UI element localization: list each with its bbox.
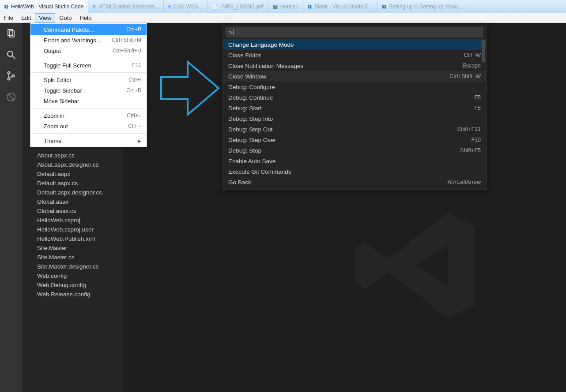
taskbar-tab[interactable]: ⧉Setting up C Setting up Visua... <box>378 0 468 13</box>
menu-item-label: Command Palette... <box>44 26 126 33</box>
debug-icon[interactable] <box>5 91 17 103</box>
command-label: Enable Auto Save <box>228 158 481 164</box>
menu-item-label: Toggle Full Screen <box>44 62 132 69</box>
command-shortcut: F5 <box>474 105 481 111</box>
command-item[interactable]: Debug: Step Into <box>223 113 486 124</box>
taskbar-tab[interactable]: ▦House1 <box>268 0 303 13</box>
taskbar-tab[interactable]: eHTML5 video: Understa... <box>88 0 163 13</box>
command-label: Close Notification Messages <box>228 63 462 69</box>
menu-item[interactable]: Theme▶ <box>30 135 147 146</box>
git-icon[interactable] <box>5 70 17 82</box>
command-shortcut: Ctrl+Shift+W <box>449 73 481 79</box>
menu-item[interactable]: Split EditorCtrl+\ <box>30 75 147 85</box>
menu-edit[interactable]: Edit <box>17 13 35 22</box>
menu-help[interactable]: Help <box>76 13 96 22</box>
svg-point-4 <box>8 72 10 74</box>
file-item[interactable]: Site.Master.cs <box>22 253 124 262</box>
file-item[interactable]: Web.Debug.config <box>22 280 124 290</box>
command-item[interactable]: Close WindowCtrl+Shift+W <box>223 71 486 82</box>
file-item[interactable]: About.aspx.cs <box>22 151 124 160</box>
menu-item[interactable]: Toggle SidebarCtrl+B <box>30 85 147 96</box>
menu-item-label: Zoom out <box>44 123 128 130</box>
taskbar-tab[interactable]: 📄IMFA_LMSNS.pdf <box>208 0 268 13</box>
command-label: Debug: Start <box>228 105 474 112</box>
svg-rect-1 <box>9 31 14 37</box>
vscode-icon: ⧉ <box>382 4 386 10</box>
menu-item-shortcut: Ctrl+= <box>127 112 141 119</box>
menu-item-label: Errors and Warnings... <box>44 37 112 44</box>
palette-prompt: > <box>229 29 233 36</box>
command-item[interactable]: Debug: ContinueF5 <box>223 92 486 103</box>
file-item[interactable]: Web.config <box>22 271 124 280</box>
command-label: Debug: Continue <box>228 94 474 101</box>
file-item[interactable]: Global.asax <box>22 197 124 206</box>
command-item[interactable]: Debug: Step OutShift+F11 <box>223 124 486 134</box>
file-item[interactable]: HelloWeb.csproj <box>22 216 124 225</box>
menu-item-label: Output <box>44 48 113 54</box>
vscode-watermark-icon <box>349 199 481 333</box>
menu-goto[interactable]: Goto <box>55 13 75 22</box>
command-item[interactable]: Debug: StartF5 <box>223 103 486 113</box>
activity-bar <box>0 23 22 392</box>
file-item[interactable]: Default.aspx <box>22 169 124 179</box>
menu-item[interactable]: Zoom inCtrl+= <box>30 110 147 121</box>
command-label: Debug: Step Over <box>228 137 471 143</box>
taskbar-tab[interactable]: ⧉Blank - Visual Studio C... <box>303 0 378 13</box>
menu-item-shortcut: Ctrl+Shift+M <box>112 37 141 43</box>
menu-item[interactable]: Toggle Full ScreenF11 <box>30 60 147 71</box>
command-label: Debug: Stop <box>228 147 460 154</box>
menu-file[interactable]: File <box>0 13 17 22</box>
command-item[interactable]: Execute Git Commands <box>223 166 486 177</box>
command-palette-input[interactable]: > <box>226 27 483 37</box>
menu-item[interactable]: Errors and Warnings...Ctrl+Shift+M <box>30 35 147 45</box>
command-palette: > Change Language ModeClose EditorCtrl+W… <box>223 25 487 190</box>
menu-item[interactable]: OutputCtrl+Shift+U <box>30 45 147 56</box>
command-item[interactable]: Close EditorCtrl+W <box>223 50 486 60</box>
menu-item-shortcut: Ctrl+Shift+U <box>113 48 141 54</box>
file-item[interactable]: Site.Master <box>22 243 124 253</box>
menu-item-label: Theme <box>44 138 138 144</box>
menu-item-label: Toggle Sidebar <box>44 87 126 94</box>
file-item[interactable]: HelloWeb.Publish.xml <box>22 234 124 243</box>
taskbar-tab[interactable]: ⧉HelloWeb - Visual Studio Code <box>0 0 88 13</box>
menu-item[interactable]: Command Palette...Ctrl+P <box>30 24 147 35</box>
menu-item-shortcut: Ctrl+\ <box>128 77 141 83</box>
taskbar-tab-label: CSS WSA... <box>174 4 202 10</box>
file-item[interactable]: Global.asax.cs <box>22 206 124 216</box>
file-item[interactable]: Default.aspx.designer.cs <box>22 188 124 197</box>
taskbar-tab-label: HTML5 video: Understa... <box>98 4 159 10</box>
menu-view[interactable]: View <box>35 13 55 22</box>
ie-icon: e <box>93 4 96 10</box>
command-item[interactable]: Debug: Step OverF10 <box>223 134 486 145</box>
file-item[interactable]: Site.Master.designer.cs <box>22 262 124 271</box>
command-shortcut: Alt+LeftArrow <box>448 179 481 185</box>
command-item[interactable]: Enable Auto Save <box>223 156 486 166</box>
file-item[interactable]: About.aspx.designer.cs <box>22 160 124 169</box>
taskbar-tab-label: Blank - Visual Studio C... <box>314 4 373 10</box>
command-item[interactable]: Debug: StopShift+F5 <box>223 145 486 156</box>
menu-item-label: Zoom in <box>44 112 127 119</box>
svg-point-5 <box>8 78 10 80</box>
command-item[interactable]: Debug: Configure <box>223 82 486 92</box>
file-item[interactable]: HelloWeb.csproj.user <box>22 225 124 234</box>
menu-item[interactable]: Move Sidebar <box>30 96 147 106</box>
file-item[interactable]: Web.Release.config <box>22 290 124 299</box>
command-label: Debug: Step Into <box>228 116 481 122</box>
taskbar-tab[interactable]: eCSS WSA... <box>164 0 208 13</box>
view-menu-dropdown: Command Palette...Ctrl+PErrors and Warni… <box>30 23 147 147</box>
command-item[interactable]: Change Language Mode <box>223 39 486 50</box>
files-icon[interactable] <box>5 27 17 40</box>
svg-rect-0 <box>8 30 13 36</box>
search-icon[interactable] <box>5 49 17 61</box>
command-item[interactable]: Go BackAlt+LeftArrow <box>223 177 486 187</box>
taskbar-tab-label: House1 <box>280 4 298 10</box>
scrollbar[interactable] <box>482 40 485 62</box>
taskbar-tab-label: HelloWeb - Visual Studio Code <box>11 4 83 10</box>
command-label: Close Editor <box>228 52 464 59</box>
file-item[interactable]: Default.aspx.cs <box>22 179 124 188</box>
menu-item[interactable]: Zoom outCtrl+- <box>30 121 147 131</box>
svg-line-3 <box>12 56 15 59</box>
pdf-icon: 📄 <box>212 4 219 10</box>
command-label: Go Back <box>228 179 448 186</box>
command-item[interactable]: Close Notification MessagesEscape <box>223 60 486 71</box>
